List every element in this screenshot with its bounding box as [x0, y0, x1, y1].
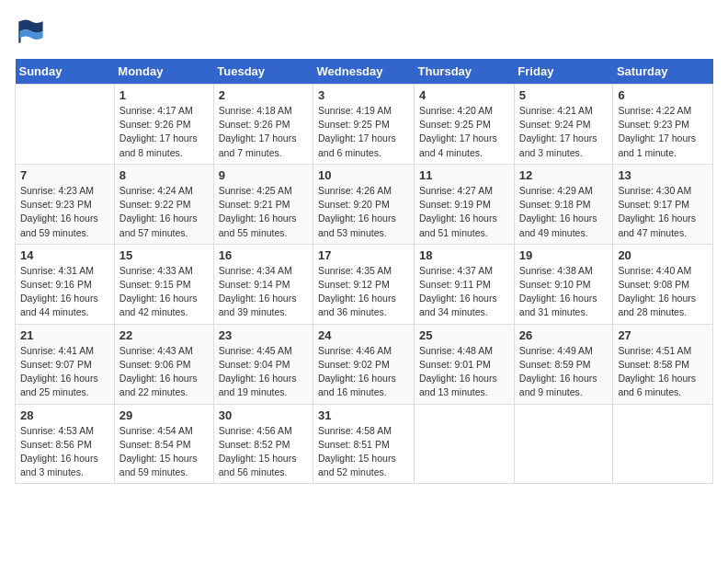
- day-info: Sunrise: 4:21 AM Sunset: 9:24 PM Dayligh…: [519, 104, 609, 160]
- day-number: 2: [219, 88, 308, 102]
- logo-icon: [15, 15, 48, 48]
- day-cell: 30Sunrise: 4:56 AM Sunset: 8:52 PM Dayli…: [213, 404, 313, 484]
- day-cell: 12Sunrise: 4:29 AM Sunset: 9:18 PM Dayli…: [514, 164, 613, 244]
- header-sunday: Sunday: [16, 59, 115, 85]
- day-cell: 6Sunrise: 4:22 AM Sunset: 9:23 PM Daylig…: [613, 85, 713, 165]
- day-info: Sunrise: 4:43 AM Sunset: 9:06 PM Dayligh…: [119, 344, 209, 400]
- day-number: 30: [219, 408, 308, 422]
- day-cell: 21Sunrise: 4:41 AM Sunset: 9:07 PM Dayli…: [16, 324, 115, 404]
- day-info: Sunrise: 4:33 AM Sunset: 9:15 PM Dayligh…: [119, 264, 209, 320]
- calendar-table: SundayMondayTuesdayWednesdayThursdayFrid…: [15, 59, 713, 484]
- day-cell: 9Sunrise: 4:25 AM Sunset: 9:21 PM Daylig…: [213, 164, 313, 244]
- day-number: 11: [419, 168, 509, 182]
- day-number: 9: [219, 168, 308, 182]
- day-number: 25: [419, 328, 509, 342]
- day-number: 5: [519, 88, 609, 102]
- header-thursday: Thursday: [415, 59, 515, 85]
- day-cell: 7Sunrise: 4:23 AM Sunset: 9:23 PM Daylig…: [16, 164, 115, 244]
- day-number: 31: [318, 408, 409, 422]
- day-cell: 17Sunrise: 4:35 AM Sunset: 9:12 PM Dayli…: [313, 244, 415, 324]
- day-number: 26: [519, 328, 609, 342]
- header-monday: Monday: [114, 59, 213, 85]
- day-cell: 26Sunrise: 4:49 AM Sunset: 8:59 PM Dayli…: [514, 324, 613, 404]
- day-cell: [514, 404, 613, 484]
- week-row-3: 14Sunrise: 4:31 AM Sunset: 9:16 PM Dayli…: [16, 244, 713, 324]
- day-number: 17: [318, 248, 409, 262]
- day-info: Sunrise: 4:31 AM Sunset: 9:16 PM Dayligh…: [20, 264, 109, 320]
- day-number: 7: [20, 168, 109, 182]
- day-number: 18: [419, 248, 509, 262]
- day-cell: 27Sunrise: 4:51 AM Sunset: 8:58 PM Dayli…: [613, 324, 713, 404]
- day-cell: 15Sunrise: 4:33 AM Sunset: 9:15 PM Dayli…: [114, 244, 213, 324]
- day-number: 12: [519, 168, 609, 182]
- day-number: 3: [318, 88, 409, 102]
- day-number: 29: [119, 408, 209, 422]
- day-cell: 20Sunrise: 4:40 AM Sunset: 9:08 PM Dayli…: [613, 244, 713, 324]
- week-row-4: 21Sunrise: 4:41 AM Sunset: 9:07 PM Dayli…: [16, 324, 713, 404]
- day-info: Sunrise: 4:48 AM Sunset: 9:01 PM Dayligh…: [419, 344, 509, 400]
- day-info: Sunrise: 4:53 AM Sunset: 8:56 PM Dayligh…: [20, 424, 109, 480]
- day-cell: 29Sunrise: 4:54 AM Sunset: 8:54 PM Dayli…: [114, 404, 213, 484]
- day-info: Sunrise: 4:24 AM Sunset: 9:22 PM Dayligh…: [119, 184, 209, 240]
- day-number: 1: [119, 88, 209, 102]
- day-info: Sunrise: 4:25 AM Sunset: 9:21 PM Dayligh…: [219, 184, 308, 240]
- day-info: Sunrise: 4:54 AM Sunset: 8:54 PM Dayligh…: [119, 424, 209, 480]
- day-number: 13: [618, 168, 708, 182]
- header-saturday: Saturday: [613, 59, 713, 85]
- day-info: Sunrise: 4:58 AM Sunset: 8:51 PM Dayligh…: [318, 424, 409, 480]
- day-cell: 31Sunrise: 4:58 AM Sunset: 8:51 PM Dayli…: [313, 404, 415, 484]
- day-cell: 3Sunrise: 4:19 AM Sunset: 9:25 PM Daylig…: [313, 85, 415, 165]
- day-number: 14: [20, 248, 109, 262]
- day-cell: 1Sunrise: 4:17 AM Sunset: 9:26 PM Daylig…: [114, 85, 213, 165]
- day-cell: 25Sunrise: 4:48 AM Sunset: 9:01 PM Dayli…: [415, 324, 515, 404]
- day-info: Sunrise: 4:26 AM Sunset: 9:20 PM Dayligh…: [318, 184, 409, 240]
- week-row-5: 28Sunrise: 4:53 AM Sunset: 8:56 PM Dayli…: [16, 404, 713, 484]
- day-info: Sunrise: 4:41 AM Sunset: 9:07 PM Dayligh…: [20, 344, 109, 400]
- day-cell: [613, 404, 713, 484]
- day-info: Sunrise: 4:17 AM Sunset: 9:26 PM Dayligh…: [119, 104, 209, 160]
- day-number: 23: [219, 328, 308, 342]
- day-info: Sunrise: 4:34 AM Sunset: 9:14 PM Dayligh…: [219, 264, 308, 320]
- day-cell: 19Sunrise: 4:38 AM Sunset: 9:10 PM Dayli…: [514, 244, 613, 324]
- day-info: Sunrise: 4:29 AM Sunset: 9:18 PM Dayligh…: [519, 184, 609, 240]
- day-info: Sunrise: 4:56 AM Sunset: 8:52 PM Dayligh…: [219, 424, 308, 480]
- day-number: 8: [119, 168, 209, 182]
- day-cell: 2Sunrise: 4:18 AM Sunset: 9:26 PM Daylig…: [213, 85, 313, 165]
- header-wednesday: Wednesday: [313, 59, 415, 85]
- day-cell: 5Sunrise: 4:21 AM Sunset: 9:24 PM Daylig…: [514, 85, 613, 165]
- week-row-1: 1Sunrise: 4:17 AM Sunset: 9:26 PM Daylig…: [16, 85, 713, 165]
- day-number: 15: [119, 248, 209, 262]
- day-number: 28: [20, 408, 109, 422]
- header-friday: Friday: [514, 59, 613, 85]
- page-header: [15, 15, 713, 48]
- day-info: Sunrise: 4:40 AM Sunset: 9:08 PM Dayligh…: [618, 264, 708, 320]
- day-info: Sunrise: 4:35 AM Sunset: 9:12 PM Dayligh…: [318, 264, 409, 320]
- day-cell: 16Sunrise: 4:34 AM Sunset: 9:14 PM Dayli…: [213, 244, 313, 324]
- day-info: Sunrise: 4:38 AM Sunset: 9:10 PM Dayligh…: [519, 264, 609, 320]
- header-tuesday: Tuesday: [213, 59, 313, 85]
- day-info: Sunrise: 4:49 AM Sunset: 8:59 PM Dayligh…: [519, 344, 609, 400]
- day-info: Sunrise: 4:46 AM Sunset: 9:02 PM Dayligh…: [318, 344, 409, 400]
- day-info: Sunrise: 4:37 AM Sunset: 9:11 PM Dayligh…: [419, 264, 509, 320]
- logo: [15, 15, 51, 48]
- day-cell: 14Sunrise: 4:31 AM Sunset: 9:16 PM Dayli…: [16, 244, 115, 324]
- day-number: 20: [618, 248, 708, 262]
- day-cell: 4Sunrise: 4:20 AM Sunset: 9:25 PM Daylig…: [415, 85, 515, 165]
- day-cell: 22Sunrise: 4:43 AM Sunset: 9:06 PM Dayli…: [114, 324, 213, 404]
- day-number: 6: [618, 88, 708, 102]
- day-number: 16: [219, 248, 308, 262]
- day-number: 4: [419, 88, 509, 102]
- day-cell: 8Sunrise: 4:24 AM Sunset: 9:22 PM Daylig…: [114, 164, 213, 244]
- day-cell: [415, 404, 515, 484]
- day-info: Sunrise: 4:20 AM Sunset: 9:25 PM Dayligh…: [419, 104, 509, 160]
- calendar-header-row: SundayMondayTuesdayWednesdayThursdayFrid…: [16, 59, 713, 85]
- day-cell: 24Sunrise: 4:46 AM Sunset: 9:02 PM Dayli…: [313, 324, 415, 404]
- day-cell: 18Sunrise: 4:37 AM Sunset: 9:11 PM Dayli…: [415, 244, 515, 324]
- day-cell: 10Sunrise: 4:26 AM Sunset: 9:20 PM Dayli…: [313, 164, 415, 244]
- day-cell: 23Sunrise: 4:45 AM Sunset: 9:04 PM Dayli…: [213, 324, 313, 404]
- day-info: Sunrise: 4:23 AM Sunset: 9:23 PM Dayligh…: [20, 184, 109, 240]
- week-row-2: 7Sunrise: 4:23 AM Sunset: 9:23 PM Daylig…: [16, 164, 713, 244]
- day-number: 22: [119, 328, 209, 342]
- day-cell: 13Sunrise: 4:30 AM Sunset: 9:17 PM Dayli…: [613, 164, 713, 244]
- day-number: 19: [519, 248, 609, 262]
